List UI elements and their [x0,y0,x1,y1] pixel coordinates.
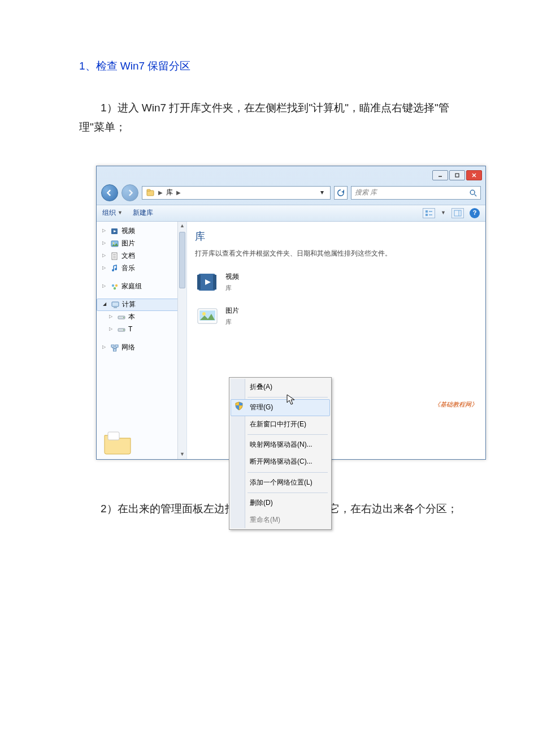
scroll-thumb[interactable] [179,232,185,288]
library-item-video[interactable]: 视频 库 [195,270,477,295]
library-item-name: 图片 [225,305,239,317]
ctx-disconnect-drive[interactable]: 断开网络驱动器(C)... [231,453,330,470]
svg-rect-38 [197,275,201,290]
ctx-collapse[interactable]: 折叠(A) [231,379,330,396]
tree-item-localdisk[interactable]: ▷ 本 [97,311,186,323]
svg-point-26 [114,287,116,289]
details-pane-folder-icon [102,429,133,456]
forward-button[interactable] [121,184,138,201]
expand-icon: ▷ [109,313,115,321]
svg-point-32 [123,329,124,330]
preview-pane-button[interactable] [451,208,464,218]
svg-rect-39 [213,275,216,290]
svg-point-25 [115,284,118,286]
svg-point-22 [112,269,114,271]
svg-line-7 [475,194,477,196]
svg-point-6 [470,190,475,195]
tree-item-computer[interactable]: ◢ 计算 [97,299,186,311]
content-title: 库 [195,227,477,245]
close-button[interactable] [466,170,482,180]
ctx-rename[interactable]: 重命名(M) [231,512,330,529]
ctx-open-new-window[interactable]: 在新窗口中打开(E) [231,416,330,433]
network-icon [110,343,119,352]
tree-item-video[interactable]: ▷ 视频 [97,225,186,237]
expand-icon: ▷ [102,343,108,351]
window-body: ▷ 视频 ▷ 图片 ▷ 文档 ▷ 音乐 [97,222,485,459]
svg-rect-5 [147,189,150,191]
svg-rect-35 [114,349,116,351]
organize-menu[interactable]: 组织 ▼ [102,207,123,219]
ctx-delete[interactable]: 删除(D) [231,495,330,512]
paragraph-1: 1）进入 Win7 打开库文件夹，在左侧栏找到"计算机"，瞄准点右键选择"管理"… [79,98,466,137]
svg-point-24 [112,284,114,286]
ctx-add-net-location[interactable]: 添加一个网络位置(L) [231,474,330,491]
computer-icon [111,300,120,309]
search-placeholder: 搜索 库 [355,187,377,199]
explorer-screenshot: ▶ 库 ▶ ▾ 搜索 库 组织 ▼ 新建库 [96,166,466,460]
explorer-window: ▶ 库 ▶ ▾ 搜索 库 组织 ▼ 新建库 [96,166,486,460]
drive-icon [117,313,126,322]
svg-rect-12 [454,210,461,216]
library-item-kind: 库 [225,283,239,294]
help-button[interactable]: ? [470,208,480,218]
toolbar: 组织 ▼ 新建库 ▼ ? [97,205,485,222]
titlebar [97,166,485,182]
tree-item-network[interactable]: ▷ 网络 [97,342,186,354]
library-item-kind: 库 [225,317,239,328]
content-subtitle: 打开库以查看文件并根据文件夹、日期和其他属性排列这些文件。 [195,248,477,260]
navigation-pane: ▷ 视频 ▷ 图片 ▷ 文档 ▷ 音乐 [97,222,187,459]
svg-point-17 [113,242,115,244]
svg-point-43 [202,312,206,316]
expand-icon: ▷ [102,282,108,290]
chevron-right-icon: ▶ [158,188,163,198]
svg-rect-1 [455,174,459,177]
svg-point-30 [123,317,124,318]
svg-rect-8 [426,210,428,213]
expand-icon: ▷ [102,252,108,260]
svg-rect-34 [115,345,118,347]
expand-icon: ▷ [102,239,108,247]
expand-icon: ▷ [109,325,115,333]
address-dropdown-icon[interactable]: ▾ [318,187,327,199]
search-input[interactable]: 搜索 库 [351,186,481,200]
cursor-icon [286,394,296,405]
scroll-down-icon[interactable]: ▼ [178,450,186,459]
collapse-icon: ◢ [103,300,108,308]
svg-rect-28 [114,307,117,308]
new-library-button[interactable]: 新建库 [133,207,153,219]
svg-rect-36 [108,432,119,440]
drive-icon [117,325,126,334]
chevron-right-icon: ▶ [176,188,181,198]
maximize-button[interactable] [449,170,465,180]
scroll-up-icon[interactable]: ▲ [178,222,186,231]
shield-icon [235,401,244,411]
minimize-button[interactable] [432,170,448,180]
expand-icon: ▷ [102,264,108,272]
tree-item-pictures[interactable]: ▷ 图片 [97,237,186,250]
library-item-name: 视频 [225,271,239,283]
ctx-map-drive[interactable]: 映射网络驱动器(N)... [231,437,330,453]
library-item-pictures[interactable]: 图片 库 [195,304,477,329]
pictures-library-icon [195,304,220,329]
svg-rect-9 [426,214,428,216]
breadcrumb-bar[interactable]: ▶ 库 ▶ ▾ [142,186,331,200]
nav-scrollbar[interactable]: ▲ ▼ [177,222,186,459]
tree-item-documents[interactable]: ▷ 文档 [97,250,186,262]
video-library-icon [195,270,220,295]
breadcrumb-root: 库 [166,187,173,199]
pictures-icon [110,239,119,248]
homegroup-icon [110,282,119,291]
view-options-button[interactable] [423,208,435,218]
tree-item-localdisk2[interactable]: ▷ T [97,323,186,336]
back-button[interactable] [101,184,118,201]
svg-rect-33 [111,345,114,347]
music-icon [110,264,119,273]
ctx-manage[interactable]: 管理(G) [231,399,330,416]
library-icon [146,188,155,197]
refresh-button[interactable] [334,186,348,200]
tree-item-music[interactable]: ▷ 音乐 [97,262,186,275]
expand-icon: ▷ [102,227,108,235]
address-bar: ▶ 库 ▶ ▾ 搜索 库 [97,182,485,205]
section-title: 1、检查 Win7 保留分区 [79,57,466,76]
tree-item-homegroup[interactable]: ▷ 家庭组 [97,280,186,293]
